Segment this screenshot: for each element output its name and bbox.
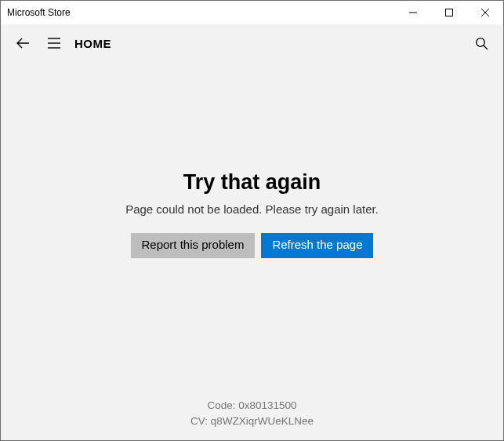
error-message: Page could not be loaded. Please try aga… — [125, 202, 379, 216]
minimize-button[interactable] — [395, 1, 431, 24]
hamburger-icon — [48, 38, 60, 49]
app-bar: HOME — [1, 24, 503, 62]
svg-rect-1 — [446, 9, 453, 16]
page-title: HOME — [74, 37, 111, 50]
error-footer: Code: 0x80131500 CV: q8WZXiqrWUeKLNee — [1, 398, 503, 430]
maximize-icon — [445, 9, 453, 16]
button-row: Report this problem Refresh the page — [131, 233, 374, 258]
close-button[interactable] — [467, 1, 503, 24]
error-heading: Try that again — [183, 170, 321, 195]
error-code: Code: 0x80131500 — [1, 398, 503, 414]
menu-button[interactable] — [38, 27, 70, 59]
search-button[interactable] — [466, 27, 497, 59]
content-area: Try that again Page could not be loaded.… — [1, 62, 503, 440]
title-bar: Microsoft Store — [1, 1, 503, 24]
svg-line-8 — [484, 46, 488, 49]
refresh-page-button[interactable]: Refresh the page — [261, 233, 373, 258]
close-icon — [481, 9, 489, 16]
window-title: Microsoft Store — [7, 7, 71, 18]
error-block: Try that again Page could not be loaded.… — [125, 170, 379, 258]
svg-point-7 — [476, 38, 484, 46]
maximize-button[interactable] — [431, 1, 467, 24]
back-button[interactable] — [7, 27, 38, 59]
minimize-icon — [409, 9, 417, 16]
arrow-left-icon — [16, 36, 30, 50]
search-icon — [475, 37, 488, 50]
error-cv: CV: q8WZXiqrWUeKLNee — [1, 414, 503, 429]
report-problem-button[interactable]: Report this problem — [131, 233, 256, 258]
